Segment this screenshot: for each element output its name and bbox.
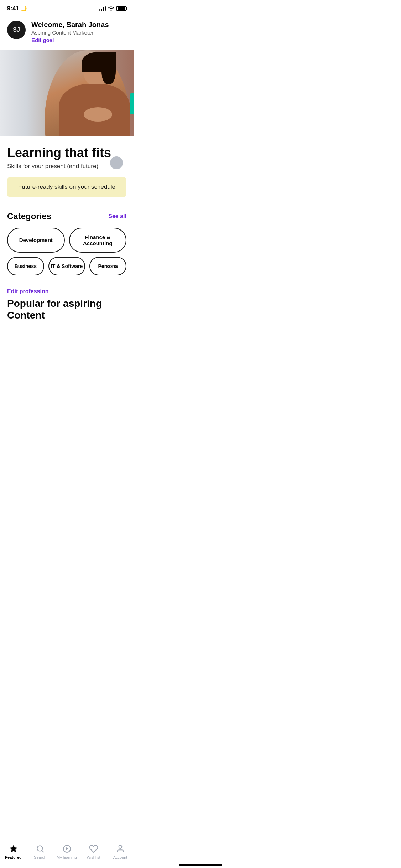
user-subtitle: Aspiring Content Marketer [31, 30, 109, 36]
wifi-icon [108, 6, 114, 11]
category-label: Finance & Accounting [74, 234, 122, 246]
signal-icon [99, 6, 106, 11]
categories-section: Categories See all Development Finance &… [0, 201, 134, 281]
status-icons [99, 6, 126, 11]
category-pill-finance[interactable]: Finance & Accounting [69, 228, 127, 253]
text-section: Learning that fits Skills for your prese… [0, 136, 134, 201]
avatar-initials: SJ [13, 27, 20, 33]
edit-profession-link[interactable]: Edit profession [7, 288, 48, 294]
user-info: Welcome, Sarah Jonas Aspiring Content Ma… [31, 21, 109, 43]
welcome-text: Welcome, Sarah Jonas [31, 21, 109, 29]
categories-row1: Development Finance & Accounting [7, 228, 126, 253]
category-pill-personal[interactable]: Persona [89, 257, 126, 275]
moon-icon: 🌙 [21, 6, 27, 11]
circle-decoration [110, 156, 123, 169]
status-bar: 9:41 🌙 [0, 0, 134, 15]
status-time: 9:41 🌙 [7, 5, 27, 12]
category-label: Development [19, 237, 53, 243]
category-label: Persona [98, 263, 118, 269]
battery-icon [116, 6, 126, 11]
edit-goal-link[interactable]: Edit goal [31, 37, 109, 43]
categories-row2: Business IT & Software Persona [7, 257, 126, 275]
teal-accent [130, 93, 134, 114]
section-header: Categories See all [7, 211, 126, 221]
category-label: Business [15, 263, 37, 269]
cta-button[interactable]: Future-ready skills on your schedule [7, 177, 126, 197]
categories-title: Categories [7, 211, 51, 221]
main-heading: Learning that fits [7, 146, 126, 160]
avatar: SJ [7, 21, 26, 39]
time-display: 9:41 [7, 5, 19, 12]
hero-image [0, 50, 134, 136]
category-pill-development[interactable]: Development [7, 228, 65, 253]
sub-heading: Skills for your present (and future) [7, 163, 126, 170]
see-all-link[interactable]: See all [108, 213, 126, 219]
edit-profession-section: Edit profession Popular for aspiring Con… [0, 281, 134, 324]
popular-heading: Popular for aspiring Content [7, 298, 126, 321]
category-pill-it-software[interactable]: IT & Software [48, 257, 85, 275]
user-header: SJ Welcome, Sarah Jonas Aspiring Content… [0, 15, 134, 50]
category-label: IT & Software [51, 263, 83, 269]
category-pill-business[interactable]: Business [7, 257, 44, 275]
